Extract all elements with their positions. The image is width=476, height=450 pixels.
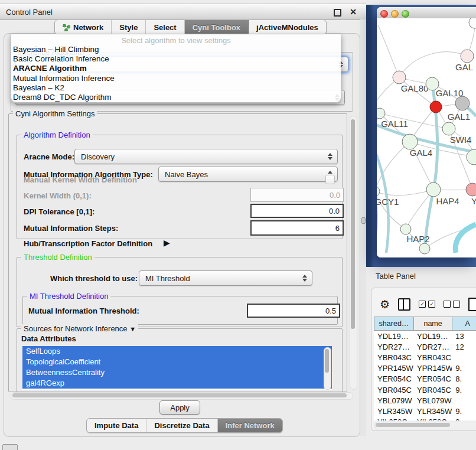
- table-cell: YDL19…: [413, 331, 452, 341]
- close-panel-icon[interactable]: ✕: [350, 7, 357, 17]
- network-node-hap2[interactable]: [400, 224, 411, 234]
- network-node[interactable]: [455, 96, 470, 110]
- network-node-label: GAL1: [448, 112, 470, 122]
- table-horizontal-scrollbar[interactable]: [374, 422, 476, 429]
- select-all-columns-icon[interactable]: ✓✓: [419, 301, 435, 308]
- attributes-vertical-scrollbar[interactable]: [324, 347, 331, 390]
- cyni-mode-tabs: Impute DataDiscretize DataInfer Network: [86, 418, 283, 433]
- network-node-gcy1[interactable]: [377, 186, 380, 197]
- table-column-header[interactable]: shared…: [374, 317, 413, 331]
- table-cell: YBL079W: [413, 395, 452, 406]
- expander-arrow-icon[interactable]: ▶: [164, 238, 170, 247]
- divider-grip-icon[interactable]: [361, 217, 366, 224]
- network-node-label: HAP4: [436, 196, 459, 206]
- bottom-tab-infer-network[interactable]: Infer Network: [218, 419, 282, 432]
- network-edge[interactable]: [377, 142, 410, 191]
- algorithm-popup-item[interactable]: Dream8 DC_TDC Algorithm: [11, 93, 341, 102]
- network-view-window[interactable]: GALGAL80GAL10GAL1SWI4GAL11GAL4GCY1HAP4YH…: [377, 7, 476, 257]
- tab-jactivemnodules[interactable]: jActiveMNodules: [249, 20, 326, 34]
- tab-style[interactable]: Style: [112, 20, 146, 34]
- tab-label: jActiveMNodules: [256, 23, 318, 32]
- network-window-titlebar[interactable]: [377, 7, 476, 19]
- algorithm-popup-item[interactable]: Basic Correlation Inference: [11, 54, 341, 64]
- network-node-hap4[interactable]: [426, 182, 441, 197]
- network-node-gal11[interactable]: [377, 108, 385, 119]
- manual-kernel-checkbox[interactable]: [325, 175, 335, 184]
- network-canvas[interactable]: GALGAL80GAL10GAL1SWI4GAL11GAL4GCY1HAP4YH…: [377, 18, 476, 257]
- which-threshold-combo[interactable]: MI Threshold: [139, 270, 312, 286]
- bottom-tab-impute-data[interactable]: Impute Data: [87, 419, 146, 432]
- table-row[interactable]: YBR043CYBR043C: [374, 352, 476, 363]
- algorithm-dropdown-popup: Select algorithm to view settings Bayesi…: [11, 34, 341, 103]
- data-attributes-list[interactable]: SelfLoopsTopologicalCoefficientBetweenne…: [22, 346, 332, 390]
- network-edge[interactable]: [455, 224, 476, 253]
- table-row[interactable]: YPR145WYPR145W9.: [374, 363, 476, 374]
- table-column-header[interactable]: name: [413, 317, 452, 331]
- settings-hscrollbar-thumb[interactable]: [12, 393, 347, 397]
- mi-threshold-field[interactable]: 0.5: [247, 304, 340, 318]
- table-row[interactable]: YBL079WYBL079W: [374, 395, 476, 406]
- export-table-icon[interactable]: [468, 298, 476, 311]
- minimize-window-icon[interactable]: [391, 10, 399, 18]
- algorithm-popup-item[interactable]: Mutual Information Inference: [11, 74, 341, 83]
- tab-network[interactable]: Network: [55, 20, 112, 34]
- table-row[interactable]: YLR345WYLR345W9.: [374, 406, 476, 416]
- mi-threshold-label: Mutual Information Threshold:: [28, 306, 139, 315]
- data-attribute-item[interactable]: gal4RGexp: [22, 378, 332, 389]
- table-cell: 12: [452, 341, 476, 352]
- network-node-y[interactable]: [466, 183, 476, 196]
- table-row[interactable]: YDL19…YDL19…13: [374, 331, 476, 341]
- algorithm-popup-item[interactable]: ARACNE Algorithm: [11, 64, 341, 73]
- network-edge[interactable]: [432, 84, 438, 190]
- mi-type-combo[interactable]: Naive Bayes: [158, 167, 338, 182]
- aracne-mode-combo[interactable]: Discovery: [74, 149, 338, 164]
- network-node[interactable]: [419, 243, 430, 254]
- tab-label: Network: [73, 23, 103, 32]
- show-columns-icon[interactable]: [398, 298, 410, 311]
- zoom-window-icon[interactable]: [402, 10, 409, 18]
- network-edge[interactable]: [378, 25, 399, 77]
- table-cell: YDL19…: [374, 331, 413, 341]
- tab-select[interactable]: Select: [146, 20, 184, 34]
- kernel-width-field[interactable]: 0.0: [250, 188, 344, 202]
- table-column-header[interactable]: A: [452, 317, 476, 331]
- table-rows: YDL19…YDL19…13YDR27…YDR27…12YBR043CYBR04…: [374, 331, 476, 420]
- table-settings-gear-icon[interactable]: ⚙: [380, 299, 390, 310]
- network-node[interactable]: [469, 18, 476, 28]
- hub-expander-label[interactable]: Hub/Transcription Factor Definition: [24, 239, 152, 248]
- apply-button[interactable]: Apply: [159, 400, 200, 415]
- close-window-icon[interactable]: [380, 10, 388, 18]
- table-row[interactable]: YER054CYER054C8.: [374, 374, 476, 384]
- bottom-tab-discretize-data[interactable]: Discretize Data: [146, 419, 217, 432]
- table-cell: [452, 395, 476, 406]
- table-row[interactable]: YBR045CYBR045C9.: [374, 384, 476, 395]
- network-node-gal[interactable]: [461, 50, 474, 63]
- table-cell: YDR27…: [413, 341, 452, 352]
- collapse-arrow-icon[interactable]: ▼: [129, 325, 136, 332]
- table-row[interactable]: YDR27…YDR27…12: [374, 341, 476, 352]
- float-panel-icon[interactable]: [334, 9, 341, 17]
- mi-steps-field[interactable]: 6: [250, 220, 344, 236]
- data-attribute-item[interactable]: BetweennessCentrality: [22, 367, 332, 378]
- attributes-scrollbar-thumb[interactable]: [325, 349, 329, 373]
- data-attribute-item[interactable]: SelfLoops: [22, 346, 332, 357]
- dpi-tolerance-field[interactable]: 0.0: [250, 204, 344, 218]
- data-attribute-item[interactable]: TopologicalCoefficient: [22, 357, 332, 367]
- table-cell: YBR043C: [413, 352, 452, 363]
- algorithm-popup-item[interactable]: Bayesian – K2: [11, 83, 341, 93]
- panel-divider[interactable]: [360, 19, 366, 436]
- table-hscrollbar-thumb[interactable]: [376, 423, 450, 427]
- network-node-swi4[interactable]: [442, 122, 455, 135]
- algorithm-popup-item[interactable]: Bayesian – Hill Climbing: [11, 45, 341, 54]
- which-threshold-value: MI Threshold: [139, 274, 300, 283]
- settings-horizontal-scrollbar[interactable]: [11, 392, 353, 400]
- settings-vertical-scrollbar[interactable]: [350, 116, 357, 390]
- network-node-gal80[interactable]: [393, 71, 406, 84]
- table-row[interactable]: YIL052CYIL052C9.: [374, 417, 476, 421]
- settings-scrollbar-thumb[interactable]: [351, 119, 355, 329]
- tab-cyni-toolbox[interactable]: Cyni Toolbox: [185, 20, 249, 34]
- network-node-label: Y: [471, 196, 476, 206]
- network-node-gal1[interactable]: [430, 101, 442, 113]
- docked-panel-icon[interactable]: [2, 444, 18, 450]
- deselect-all-columns-icon[interactable]: [444, 301, 460, 308]
